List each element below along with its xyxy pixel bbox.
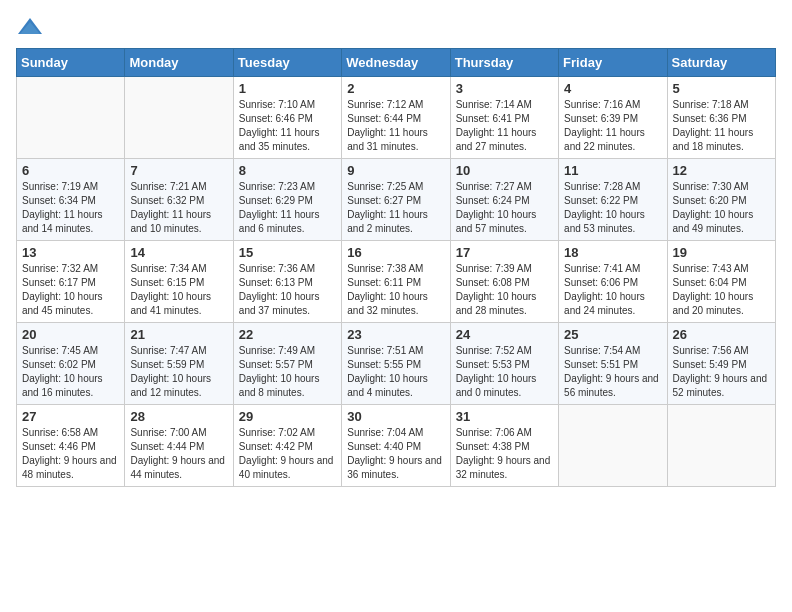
day-info: Sunrise: 7:45 AM Sunset: 6:02 PM Dayligh…	[22, 344, 119, 400]
calendar-cell: 31Sunrise: 7:06 AM Sunset: 4:38 PM Dayli…	[450, 405, 558, 487]
day-number: 29	[239, 409, 336, 424]
calendar-cell: 16Sunrise: 7:38 AM Sunset: 6:11 PM Dayli…	[342, 241, 450, 323]
weekday-header: Tuesday	[233, 49, 341, 77]
calendar-cell: 4Sunrise: 7:16 AM Sunset: 6:39 PM Daylig…	[559, 77, 667, 159]
calendar-cell: 20Sunrise: 7:45 AM Sunset: 6:02 PM Dayli…	[17, 323, 125, 405]
calendar-cell: 6Sunrise: 7:19 AM Sunset: 6:34 PM Daylig…	[17, 159, 125, 241]
day-number: 31	[456, 409, 553, 424]
day-info: Sunrise: 7:12 AM Sunset: 6:44 PM Dayligh…	[347, 98, 444, 154]
day-info: Sunrise: 7:00 AM Sunset: 4:44 PM Dayligh…	[130, 426, 227, 482]
day-info: Sunrise: 6:58 AM Sunset: 4:46 PM Dayligh…	[22, 426, 119, 482]
calendar-cell: 17Sunrise: 7:39 AM Sunset: 6:08 PM Dayli…	[450, 241, 558, 323]
weekday-header: Thursday	[450, 49, 558, 77]
day-info: Sunrise: 7:02 AM Sunset: 4:42 PM Dayligh…	[239, 426, 336, 482]
day-info: Sunrise: 7:32 AM Sunset: 6:17 PM Dayligh…	[22, 262, 119, 318]
day-info: Sunrise: 7:49 AM Sunset: 5:57 PM Dayligh…	[239, 344, 336, 400]
calendar-cell: 24Sunrise: 7:52 AM Sunset: 5:53 PM Dayli…	[450, 323, 558, 405]
day-number: 4	[564, 81, 661, 96]
day-info: Sunrise: 7:39 AM Sunset: 6:08 PM Dayligh…	[456, 262, 553, 318]
day-info: Sunrise: 7:41 AM Sunset: 6:06 PM Dayligh…	[564, 262, 661, 318]
day-number: 5	[673, 81, 770, 96]
calendar-table: SundayMondayTuesdayWednesdayThursdayFrid…	[16, 48, 776, 487]
calendar-cell: 13Sunrise: 7:32 AM Sunset: 6:17 PM Dayli…	[17, 241, 125, 323]
page-header	[16, 16, 776, 38]
calendar-cell	[667, 405, 775, 487]
day-number: 1	[239, 81, 336, 96]
calendar-cell: 22Sunrise: 7:49 AM Sunset: 5:57 PM Dayli…	[233, 323, 341, 405]
day-number: 20	[22, 327, 119, 342]
day-number: 22	[239, 327, 336, 342]
calendar-header-row: SundayMondayTuesdayWednesdayThursdayFrid…	[17, 49, 776, 77]
day-number: 21	[130, 327, 227, 342]
calendar-cell: 7Sunrise: 7:21 AM Sunset: 6:32 PM Daylig…	[125, 159, 233, 241]
calendar-cell: 11Sunrise: 7:28 AM Sunset: 6:22 PM Dayli…	[559, 159, 667, 241]
day-info: Sunrise: 7:18 AM Sunset: 6:36 PM Dayligh…	[673, 98, 770, 154]
day-number: 8	[239, 163, 336, 178]
day-number: 3	[456, 81, 553, 96]
day-info: Sunrise: 7:38 AM Sunset: 6:11 PM Dayligh…	[347, 262, 444, 318]
calendar-cell: 9Sunrise: 7:25 AM Sunset: 6:27 PM Daylig…	[342, 159, 450, 241]
day-number: 26	[673, 327, 770, 342]
calendar-cell: 30Sunrise: 7:04 AM Sunset: 4:40 PM Dayli…	[342, 405, 450, 487]
day-number: 10	[456, 163, 553, 178]
day-info: Sunrise: 7:43 AM Sunset: 6:04 PM Dayligh…	[673, 262, 770, 318]
day-info: Sunrise: 7:30 AM Sunset: 6:20 PM Dayligh…	[673, 180, 770, 236]
calendar-week-row: 1Sunrise: 7:10 AM Sunset: 6:46 PM Daylig…	[17, 77, 776, 159]
day-info: Sunrise: 7:27 AM Sunset: 6:24 PM Dayligh…	[456, 180, 553, 236]
day-number: 14	[130, 245, 227, 260]
calendar-cell: 3Sunrise: 7:14 AM Sunset: 6:41 PM Daylig…	[450, 77, 558, 159]
day-info: Sunrise: 7:28 AM Sunset: 6:22 PM Dayligh…	[564, 180, 661, 236]
weekday-header: Wednesday	[342, 49, 450, 77]
day-number: 27	[22, 409, 119, 424]
calendar-cell: 2Sunrise: 7:12 AM Sunset: 6:44 PM Daylig…	[342, 77, 450, 159]
logo-icon	[16, 16, 44, 38]
weekday-header: Saturday	[667, 49, 775, 77]
calendar-cell: 12Sunrise: 7:30 AM Sunset: 6:20 PM Dayli…	[667, 159, 775, 241]
day-info: Sunrise: 7:04 AM Sunset: 4:40 PM Dayligh…	[347, 426, 444, 482]
calendar-cell: 8Sunrise: 7:23 AM Sunset: 6:29 PM Daylig…	[233, 159, 341, 241]
day-number: 25	[564, 327, 661, 342]
day-number: 7	[130, 163, 227, 178]
day-number: 16	[347, 245, 444, 260]
day-info: Sunrise: 7:10 AM Sunset: 6:46 PM Dayligh…	[239, 98, 336, 154]
day-number: 19	[673, 245, 770, 260]
calendar-cell: 1Sunrise: 7:10 AM Sunset: 6:46 PM Daylig…	[233, 77, 341, 159]
day-info: Sunrise: 7:16 AM Sunset: 6:39 PM Dayligh…	[564, 98, 661, 154]
calendar-cell: 18Sunrise: 7:41 AM Sunset: 6:06 PM Dayli…	[559, 241, 667, 323]
day-number: 17	[456, 245, 553, 260]
day-info: Sunrise: 7:54 AM Sunset: 5:51 PM Dayligh…	[564, 344, 661, 400]
weekday-header: Monday	[125, 49, 233, 77]
day-info: Sunrise: 7:34 AM Sunset: 6:15 PM Dayligh…	[130, 262, 227, 318]
day-info: Sunrise: 7:23 AM Sunset: 6:29 PM Dayligh…	[239, 180, 336, 236]
calendar-cell: 19Sunrise: 7:43 AM Sunset: 6:04 PM Dayli…	[667, 241, 775, 323]
day-info: Sunrise: 7:36 AM Sunset: 6:13 PM Dayligh…	[239, 262, 336, 318]
calendar-week-row: 13Sunrise: 7:32 AM Sunset: 6:17 PM Dayli…	[17, 241, 776, 323]
calendar-cell: 15Sunrise: 7:36 AM Sunset: 6:13 PM Dayli…	[233, 241, 341, 323]
calendar-cell: 10Sunrise: 7:27 AM Sunset: 6:24 PM Dayli…	[450, 159, 558, 241]
logo	[16, 16, 48, 38]
calendar-cell	[125, 77, 233, 159]
day-number: 30	[347, 409, 444, 424]
calendar-cell: 14Sunrise: 7:34 AM Sunset: 6:15 PM Dayli…	[125, 241, 233, 323]
day-number: 28	[130, 409, 227, 424]
day-number: 18	[564, 245, 661, 260]
day-info: Sunrise: 7:51 AM Sunset: 5:55 PM Dayligh…	[347, 344, 444, 400]
day-info: Sunrise: 7:06 AM Sunset: 4:38 PM Dayligh…	[456, 426, 553, 482]
calendar-cell: 5Sunrise: 7:18 AM Sunset: 6:36 PM Daylig…	[667, 77, 775, 159]
day-number: 23	[347, 327, 444, 342]
day-number: 6	[22, 163, 119, 178]
day-number: 15	[239, 245, 336, 260]
day-number: 2	[347, 81, 444, 96]
day-info: Sunrise: 7:21 AM Sunset: 6:32 PM Dayligh…	[130, 180, 227, 236]
calendar-cell: 28Sunrise: 7:00 AM Sunset: 4:44 PM Dayli…	[125, 405, 233, 487]
calendar-cell: 25Sunrise: 7:54 AM Sunset: 5:51 PM Dayli…	[559, 323, 667, 405]
calendar-week-row: 27Sunrise: 6:58 AM Sunset: 4:46 PM Dayli…	[17, 405, 776, 487]
day-number: 12	[673, 163, 770, 178]
day-info: Sunrise: 7:19 AM Sunset: 6:34 PM Dayligh…	[22, 180, 119, 236]
day-info: Sunrise: 7:25 AM Sunset: 6:27 PM Dayligh…	[347, 180, 444, 236]
day-info: Sunrise: 7:52 AM Sunset: 5:53 PM Dayligh…	[456, 344, 553, 400]
calendar-week-row: 20Sunrise: 7:45 AM Sunset: 6:02 PM Dayli…	[17, 323, 776, 405]
day-info: Sunrise: 7:47 AM Sunset: 5:59 PM Dayligh…	[130, 344, 227, 400]
calendar-cell: 23Sunrise: 7:51 AM Sunset: 5:55 PM Dayli…	[342, 323, 450, 405]
day-number: 11	[564, 163, 661, 178]
